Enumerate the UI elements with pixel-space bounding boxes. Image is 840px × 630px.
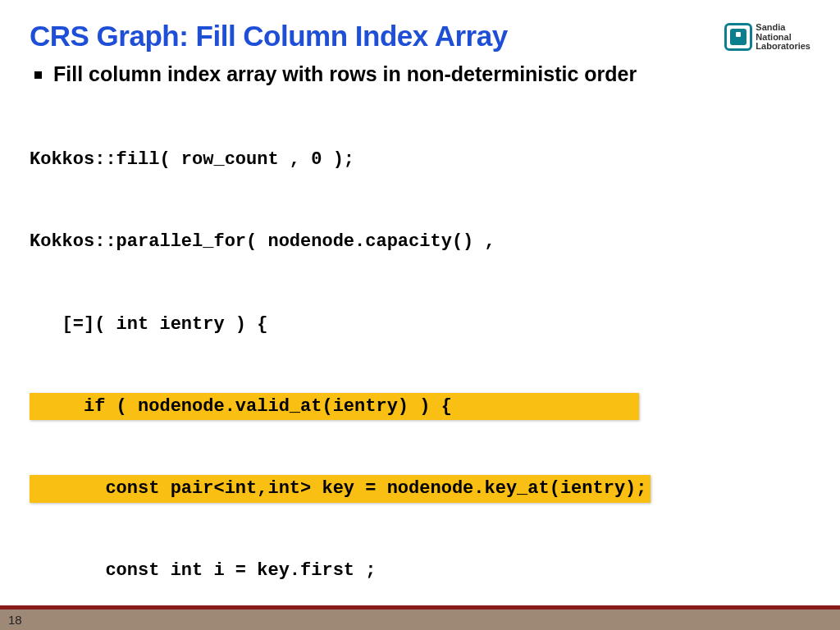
square-bullet-icon xyxy=(34,71,42,79)
logo-line-1: Sandia xyxy=(756,23,810,33)
code-line-highlighted: if ( nodenode.valid_at(ientry) ) { xyxy=(30,393,810,420)
page-number: 18 xyxy=(8,613,22,627)
code-block: Kokkos::fill( row_count , 0 ); Kokkos::p… xyxy=(30,91,810,630)
bullet-1-text: Fill column index array with rows in non… xyxy=(53,62,637,86)
sandia-logo: Sandia National Laboratories xyxy=(724,23,810,52)
thunderbird-icon xyxy=(724,23,752,51)
code-line: [=]( int ientry ) { xyxy=(30,311,810,338)
slide-title: CRS Graph: Fill Column Index Array xyxy=(30,20,508,52)
code-line: const int i = key.first ; xyxy=(30,557,810,584)
code-line: Kokkos::parallel_for( nodenode.capacity(… xyxy=(30,228,810,255)
highlight-span: const pair<int,int> key = nodenode.key_a… xyxy=(30,475,651,502)
code-line: Kokkos::fill( row_count , 0 ); xyxy=(30,146,810,173)
slide: CRS Graph: Fill Column Index Array Sandi… xyxy=(0,0,840,630)
bullet-1: Fill column index array with rows in non… xyxy=(34,62,810,86)
code-line-highlighted: const pair<int,int> key = nodenode.key_a… xyxy=(30,475,810,502)
header: CRS Graph: Fill Column Index Array Sandi… xyxy=(30,20,810,52)
logo-label: Sandia National Laboratories xyxy=(756,23,810,52)
logo-line-3: Laboratories xyxy=(756,42,810,52)
footer-stripe: 18 xyxy=(0,605,840,630)
highlight-span: if ( nodenode.valid_at(ientry) ) { xyxy=(30,393,639,420)
